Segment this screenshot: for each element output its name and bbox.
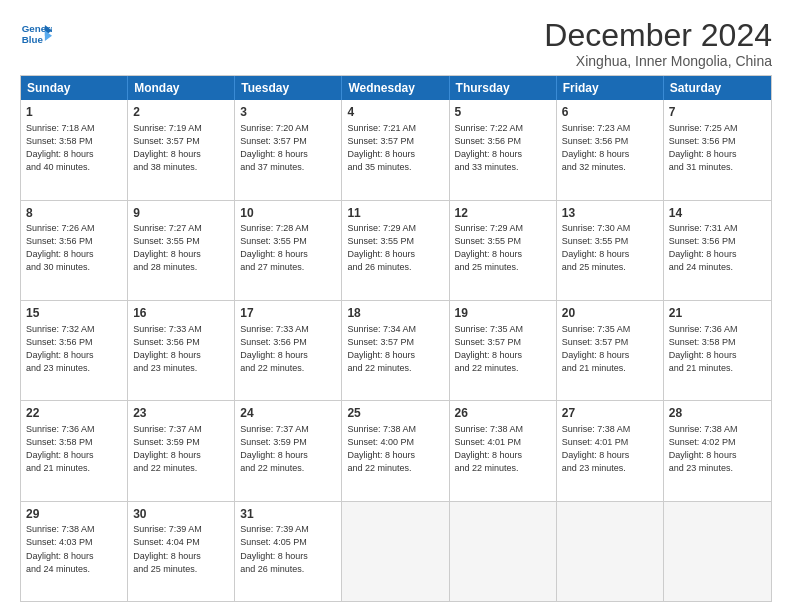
day-details: Sunrise: 7:33 AMSunset: 3:56 PMDaylight:… <box>240 323 336 375</box>
day-cell-10: 10Sunrise: 7:28 AMSunset: 3:55 PMDayligh… <box>235 201 342 300</box>
day-number: 6 <box>562 104 658 121</box>
header-day-saturday: Saturday <box>664 76 771 100</box>
day-number: 5 <box>455 104 551 121</box>
day-number: 23 <box>133 405 229 422</box>
day-cell-5: 5Sunrise: 7:22 AMSunset: 3:56 PMDaylight… <box>450 100 557 199</box>
day-details: Sunrise: 7:35 AMSunset: 3:57 PMDaylight:… <box>455 323 551 375</box>
empty-cell <box>557 502 664 601</box>
header-day-friday: Friday <box>557 76 664 100</box>
day-details: Sunrise: 7:21 AMSunset: 3:57 PMDaylight:… <box>347 122 443 174</box>
main-title: December 2024 <box>544 18 772 53</box>
calendar-row-4: 22Sunrise: 7:36 AMSunset: 3:58 PMDayligh… <box>21 401 771 501</box>
day-number: 30 <box>133 506 229 523</box>
subtitle: Xinghua, Inner Mongolia, China <box>544 53 772 69</box>
day-number: 21 <box>669 305 766 322</box>
day-number: 26 <box>455 405 551 422</box>
day-details: Sunrise: 7:38 AMSunset: 4:01 PMDaylight:… <box>562 423 658 475</box>
empty-cell <box>450 502 557 601</box>
day-details: Sunrise: 7:37 AMSunset: 3:59 PMDaylight:… <box>133 423 229 475</box>
day-number: 19 <box>455 305 551 322</box>
day-number: 1 <box>26 104 122 121</box>
day-cell-15: 15Sunrise: 7:32 AMSunset: 3:56 PMDayligh… <box>21 301 128 400</box>
day-details: Sunrise: 7:39 AMSunset: 4:04 PMDaylight:… <box>133 523 229 575</box>
day-details: Sunrise: 7:36 AMSunset: 3:58 PMDaylight:… <box>669 323 766 375</box>
day-cell-17: 17Sunrise: 7:33 AMSunset: 3:56 PMDayligh… <box>235 301 342 400</box>
calendar: SundayMondayTuesdayWednesdayThursdayFrid… <box>20 75 772 602</box>
day-cell-2: 2Sunrise: 7:19 AMSunset: 3:57 PMDaylight… <box>128 100 235 199</box>
day-details: Sunrise: 7:31 AMSunset: 3:56 PMDaylight:… <box>669 222 766 274</box>
day-number: 29 <box>26 506 122 523</box>
header-day-monday: Monday <box>128 76 235 100</box>
day-cell-6: 6Sunrise: 7:23 AMSunset: 3:56 PMDaylight… <box>557 100 664 199</box>
day-number: 2 <box>133 104 229 121</box>
day-number: 12 <box>455 205 551 222</box>
page: General Blue December 2024 Xinghua, Inne… <box>0 0 792 612</box>
day-number: 14 <box>669 205 766 222</box>
empty-cell <box>342 502 449 601</box>
day-number: 17 <box>240 305 336 322</box>
day-cell-1: 1Sunrise: 7:18 AMSunset: 3:58 PMDaylight… <box>21 100 128 199</box>
day-details: Sunrise: 7:38 AMSunset: 4:03 PMDaylight:… <box>26 523 122 575</box>
day-cell-8: 8Sunrise: 7:26 AMSunset: 3:56 PMDaylight… <box>21 201 128 300</box>
day-number: 13 <box>562 205 658 222</box>
day-number: 4 <box>347 104 443 121</box>
day-details: Sunrise: 7:37 AMSunset: 3:59 PMDaylight:… <box>240 423 336 475</box>
day-details: Sunrise: 7:32 AMSunset: 3:56 PMDaylight:… <box>26 323 122 375</box>
day-cell-29: 29Sunrise: 7:38 AMSunset: 4:03 PMDayligh… <box>21 502 128 601</box>
header: General Blue December 2024 Xinghua, Inne… <box>20 18 772 69</box>
day-cell-30: 30Sunrise: 7:39 AMSunset: 4:04 PMDayligh… <box>128 502 235 601</box>
day-details: Sunrise: 7:39 AMSunset: 4:05 PMDaylight:… <box>240 523 336 575</box>
logo-icon: General Blue <box>20 18 52 50</box>
day-cell-31: 31Sunrise: 7:39 AMSunset: 4:05 PMDayligh… <box>235 502 342 601</box>
day-number: 24 <box>240 405 336 422</box>
day-details: Sunrise: 7:28 AMSunset: 3:55 PMDaylight:… <box>240 222 336 274</box>
day-cell-4: 4Sunrise: 7:21 AMSunset: 3:57 PMDaylight… <box>342 100 449 199</box>
day-number: 16 <box>133 305 229 322</box>
day-details: Sunrise: 7:27 AMSunset: 3:55 PMDaylight:… <box>133 222 229 274</box>
day-number: 20 <box>562 305 658 322</box>
day-cell-26: 26Sunrise: 7:38 AMSunset: 4:01 PMDayligh… <box>450 401 557 500</box>
calendar-row-1: 1Sunrise: 7:18 AMSunset: 3:58 PMDaylight… <box>21 100 771 200</box>
day-number: 27 <box>562 405 658 422</box>
day-details: Sunrise: 7:18 AMSunset: 3:58 PMDaylight:… <box>26 122 122 174</box>
day-details: Sunrise: 7:25 AMSunset: 3:56 PMDaylight:… <box>669 122 766 174</box>
day-details: Sunrise: 7:38 AMSunset: 4:01 PMDaylight:… <box>455 423 551 475</box>
calendar-header: SundayMondayTuesdayWednesdayThursdayFrid… <box>21 76 771 100</box>
header-day-sunday: Sunday <box>21 76 128 100</box>
day-cell-25: 25Sunrise: 7:38 AMSunset: 4:00 PMDayligh… <box>342 401 449 500</box>
day-details: Sunrise: 7:29 AMSunset: 3:55 PMDaylight:… <box>455 222 551 274</box>
empty-cell <box>664 502 771 601</box>
day-cell-20: 20Sunrise: 7:35 AMSunset: 3:57 PMDayligh… <box>557 301 664 400</box>
day-cell-16: 16Sunrise: 7:33 AMSunset: 3:56 PMDayligh… <box>128 301 235 400</box>
day-cell-3: 3Sunrise: 7:20 AMSunset: 3:57 PMDaylight… <box>235 100 342 199</box>
day-number: 15 <box>26 305 122 322</box>
day-number: 9 <box>133 205 229 222</box>
day-number: 22 <box>26 405 122 422</box>
day-details: Sunrise: 7:29 AMSunset: 3:55 PMDaylight:… <box>347 222 443 274</box>
day-number: 28 <box>669 405 766 422</box>
day-cell-19: 19Sunrise: 7:35 AMSunset: 3:57 PMDayligh… <box>450 301 557 400</box>
svg-text:Blue: Blue <box>22 34 44 45</box>
header-day-thursday: Thursday <box>450 76 557 100</box>
day-details: Sunrise: 7:34 AMSunset: 3:57 PMDaylight:… <box>347 323 443 375</box>
header-day-wednesday: Wednesday <box>342 76 449 100</box>
day-number: 8 <box>26 205 122 222</box>
day-cell-21: 21Sunrise: 7:36 AMSunset: 3:58 PMDayligh… <box>664 301 771 400</box>
day-details: Sunrise: 7:26 AMSunset: 3:56 PMDaylight:… <box>26 222 122 274</box>
day-cell-27: 27Sunrise: 7:38 AMSunset: 4:01 PMDayligh… <box>557 401 664 500</box>
day-details: Sunrise: 7:19 AMSunset: 3:57 PMDaylight:… <box>133 122 229 174</box>
day-cell-9: 9Sunrise: 7:27 AMSunset: 3:55 PMDaylight… <box>128 201 235 300</box>
calendar-row-3: 15Sunrise: 7:32 AMSunset: 3:56 PMDayligh… <box>21 301 771 401</box>
calendar-row-2: 8Sunrise: 7:26 AMSunset: 3:56 PMDaylight… <box>21 201 771 301</box>
day-cell-22: 22Sunrise: 7:36 AMSunset: 3:58 PMDayligh… <box>21 401 128 500</box>
day-details: Sunrise: 7:38 AMSunset: 4:02 PMDaylight:… <box>669 423 766 475</box>
day-details: Sunrise: 7:38 AMSunset: 4:00 PMDaylight:… <box>347 423 443 475</box>
day-number: 3 <box>240 104 336 121</box>
calendar-body: 1Sunrise: 7:18 AMSunset: 3:58 PMDaylight… <box>21 100 771 601</box>
day-cell-13: 13Sunrise: 7:30 AMSunset: 3:55 PMDayligh… <box>557 201 664 300</box>
calendar-row-5: 29Sunrise: 7:38 AMSunset: 4:03 PMDayligh… <box>21 502 771 601</box>
title-block: December 2024 Xinghua, Inner Mongolia, C… <box>544 18 772 69</box>
day-cell-7: 7Sunrise: 7:25 AMSunset: 3:56 PMDaylight… <box>664 100 771 199</box>
day-number: 18 <box>347 305 443 322</box>
day-details: Sunrise: 7:22 AMSunset: 3:56 PMDaylight:… <box>455 122 551 174</box>
